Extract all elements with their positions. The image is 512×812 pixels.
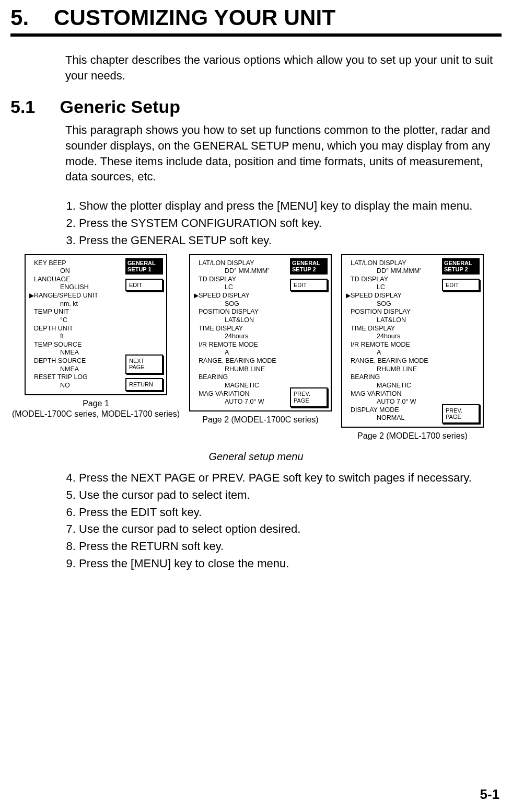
figure-caption: General setup menu — [10, 451, 502, 463]
menu-item-label-text: TEMP UNIT — [34, 308, 69, 315]
menu-item-value: A — [347, 349, 437, 357]
menu-item-label-text: I/R REMOTE MODE — [199, 341, 258, 348]
edit-button-label: EDIT — [129, 282, 142, 288]
menu-item-label-text: POSITION DISPLAY — [351, 308, 411, 315]
steps-b: Press the NEXT PAGE or PREV. PAGE soft k… — [65, 470, 502, 572]
screen2-softkeys: GENERAL SETUP 2 EDIT PREV. PAGE — [290, 258, 328, 407]
next-page-l2: PAGE — [129, 364, 145, 370]
chapter-rule — [10, 33, 502, 37]
next-page-button[interactable]: NEXT PAGE — [125, 354, 163, 374]
menu-item-value: LC — [195, 283, 285, 292]
step-item: Press the GENERAL SETUP soft key. — [79, 233, 502, 249]
edit-button[interactable]: EDIT — [290, 279, 328, 292]
menu-item-label[interactable]: I/R REMOTE MODE — [347, 341, 437, 349]
menu-item-value: A — [195, 349, 285, 357]
menu-item-value: ENGLISH — [31, 283, 120, 292]
menu-item-value: SOG — [195, 300, 285, 308]
menu-item-value: ON — [31, 267, 120, 276]
menu-item-label[interactable]: LANGUAGE — [31, 276, 120, 284]
menu-item-value: AUTO 7.0° W — [195, 398, 285, 406]
screen3-title: GENERAL SETUP 2 — [442, 258, 480, 275]
section-title-text: Generic Setup — [60, 97, 181, 117]
menu-item-label[interactable]: POSITION DISPLAY — [195, 308, 285, 316]
screen2-title: GENERAL SETUP 2 — [290, 258, 328, 275]
menu-item-label[interactable]: I/R REMOTE MODE — [195, 341, 285, 349]
menu-item-label[interactable]: TIME DISPLAY — [195, 325, 285, 333]
section-title: 5.1 Generic Setup — [10, 97, 502, 117]
menu-item-label[interactable]: DEPTH SOURCE — [31, 357, 120, 365]
screen2-title-l2: SETUP 2 — [292, 266, 316, 272]
menu-item-value: DD° MM.MMM' — [347, 267, 437, 276]
edit-button[interactable]: EDIT — [125, 279, 163, 292]
menu-item-label-text: BEARING — [351, 373, 380, 381]
page: 5. CUSTOMIZING YOUR UNIT This chapter de… — [0, 0, 512, 812]
prev-page-button[interactable]: PREV. PAGE — [290, 387, 328, 407]
menu-item-label[interactable]: DEPTH UNIT — [31, 325, 120, 333]
menu-item-label-text: DEPTH SOURCE — [34, 357, 86, 364]
menu-item-label-text: DISPLAY MODE — [351, 406, 399, 414]
screen3-softkeys: GENERAL SETUP 2 EDIT PREV. PAGE — [442, 258, 480, 424]
menu-item-label-text: RANGE, BEARING MODE — [351, 357, 428, 364]
menu-item-value: NORMAL — [347, 414, 437, 422]
screen1: KEY BEEPONLANGUAGEENGLISH▶RANGE/SPEED UN… — [25, 254, 167, 395]
menu-item-label[interactable]: ▶SPEED DISPLAY — [195, 292, 285, 300]
return-button[interactable]: RETURN — [125, 378, 163, 391]
menu-item-label[interactable]: RESET TRIP LOG — [31, 373, 120, 382]
menu-item-value: LAT&LON — [195, 316, 285, 325]
screen3-list: LAT/LON DISPLAYDD° MM.MMM'TD DISPLAYLC▶S… — [345, 258, 438, 424]
next-page-l1: NEXT — [129, 358, 144, 364]
screen1-title: GENERAL SETUP 1 — [125, 258, 163, 275]
section-number: 5.1 — [10, 97, 35, 117]
screen1-caption: Page 1 (MODEL-1700C series, MODEL-1700 s… — [12, 398, 180, 419]
menu-item-label[interactable]: TD DISPLAY — [195, 276, 285, 284]
menu-item-label[interactable]: LAT/LON DISPLAY — [347, 259, 437, 268]
menu-item-value: NO — [31, 382, 120, 390]
menu-item-label-text: I/R REMOTE MODE — [351, 341, 410, 348]
menu-item-value: AUTO 7.0° W — [347, 398, 437, 406]
menu-item-label[interactable]: TD DISPLAY — [347, 276, 437, 284]
menu-item-label[interactable]: ▶SPEED DISPLAY — [347, 292, 437, 300]
menu-item-label[interactable]: DISPLAY MODE — [347, 406, 437, 415]
edit-button[interactable]: EDIT — [442, 279, 480, 292]
menu-item-label[interactable]: ▶RANGE/SPEED UNIT — [31, 292, 120, 300]
menu-item-label-text: KEY BEEP — [34, 259, 66, 267]
chapter-title: 5. CUSTOMIZING YOUR UNIT — [10, 5, 502, 30]
menu-item-label[interactable]: POSITION DISPLAY — [347, 308, 437, 316]
screen1-caption-l1: Page 1 — [83, 399, 109, 408]
cursor-icon: ▶ — [346, 292, 351, 300]
menu-item-value: MAGNETIC — [195, 382, 285, 390]
menu-item-label[interactable]: MAG VARIATION — [347, 390, 437, 398]
menu-item-label[interactable]: BEARING — [347, 373, 437, 382]
menu-item-label-text: RANGE/SPEED UNIT — [34, 292, 98, 299]
menu-item-label-text: TIME DISPLAY — [351, 325, 395, 332]
screen1-title-l2: SETUP 1 — [127, 266, 152, 272]
screen3-title-l2: SETUP 2 — [444, 266, 468, 272]
menu-item-label[interactable]: KEY BEEP — [31, 259, 120, 268]
menu-item-label-text: TEMP SOURCE — [34, 341, 82, 348]
menu-item-label[interactable]: LAT/LON DISPLAY — [195, 259, 285, 268]
step-item: Press the RETURN soft key. — [79, 539, 502, 555]
step-item: Press the EDIT soft key. — [79, 505, 502, 521]
menu-item-label-text: TD DISPLAY — [199, 276, 236, 283]
menu-item-label-text: MAG VARIATION — [351, 390, 401, 397]
menu-item-label[interactable]: TIME DISPLAY — [347, 325, 437, 333]
prev-page-button[interactable]: PREV. PAGE — [442, 404, 480, 424]
menu-item-label-text: SPEED DISPLAY — [199, 292, 250, 299]
screen2: LAT/LON DISPLAYDD° MM.MMM'TD DISPLAYLC▶S… — [189, 254, 332, 411]
menu-item-label-text: BEARING — [199, 373, 228, 381]
screen3: LAT/LON DISPLAYDD° MM.MMM'TD DISPLAYLC▶S… — [341, 254, 484, 428]
menu-item-label[interactable]: RANGE, BEARING MODE — [347, 357, 437, 365]
steps-a: Show the plotter display and press the [… — [65, 198, 502, 248]
menu-item-label[interactable]: RANGE, BEARING MODE — [195, 357, 285, 365]
menu-item-label[interactable]: TEMP SOURCE — [31, 341, 120, 349]
menu-item-label[interactable]: TEMP UNIT — [31, 308, 120, 316]
menu-item-label[interactable]: MAG VARIATION — [195, 390, 285, 398]
menu-item-label[interactable]: BEARING — [195, 373, 285, 382]
menu-item-value: RHUMB LINE — [195, 365, 285, 374]
page-number: 5-1 — [480, 786, 499, 803]
prev-page-l1: PREV. — [294, 391, 310, 397]
chapter-title-text: CUSTOMIZING YOUR UNIT — [54, 5, 335, 30]
menu-item-label-text: RESET TRIP LOG — [34, 373, 88, 381]
menu-item-label-text: POSITION DISPLAY — [199, 308, 259, 315]
cursor-icon: ▶ — [194, 292, 199, 300]
